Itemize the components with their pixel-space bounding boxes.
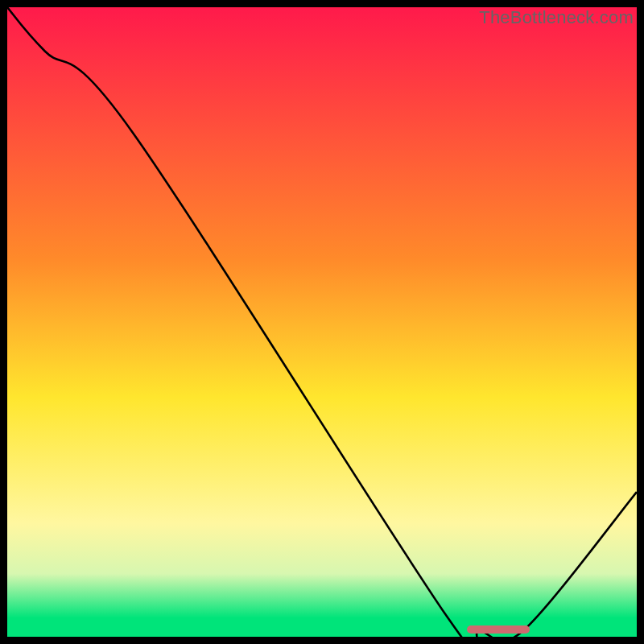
chart-svg — [7, 7, 637, 637]
chart-frame: TheBottleneck.com — [7, 7, 637, 637]
gradient-background — [7, 7, 637, 637]
watermark-text: TheBottleneck.com — [479, 7, 634, 28]
optimal-range-marker — [467, 625, 530, 634]
